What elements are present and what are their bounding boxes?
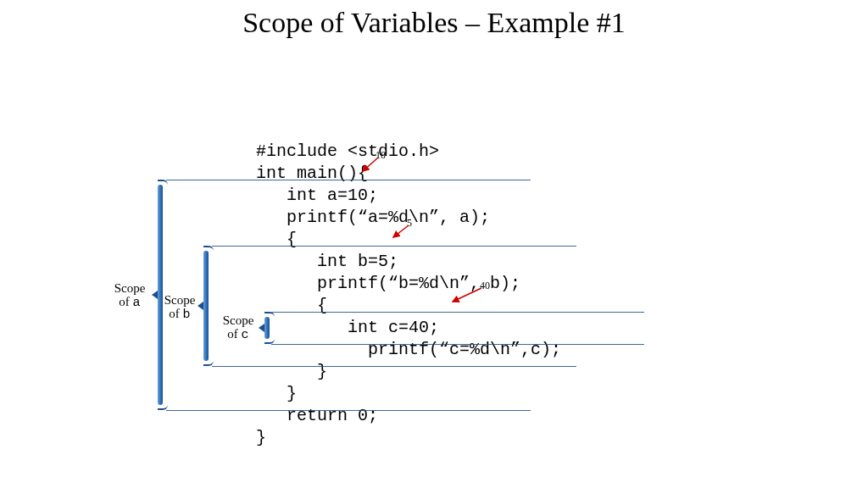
code-line: int a=10;	[256, 186, 378, 205]
code-line: int b=5;	[256, 252, 398, 271]
scope-var: b	[183, 308, 191, 322]
scope-of: of	[119, 295, 132, 308]
scope-word: Scope	[164, 293, 196, 307]
scope-rule-a-top	[166, 180, 531, 180]
arrow-a	[359, 156, 381, 175]
code-line: }	[256, 362, 327, 381]
scope-of: of	[169, 307, 182, 320]
brace-scope-c	[261, 312, 273, 344]
svg-line-2	[453, 288, 481, 302]
code-line: #include <stdio.h>	[256, 141, 439, 161]
arrow-c	[449, 286, 483, 305]
scope-word: Scope	[223, 313, 254, 327]
svg-line-0	[363, 158, 378, 171]
scope-var: a	[133, 296, 141, 310]
scope-word: Scope	[114, 281, 146, 295]
code-block: #include <stdio.h> int main(){ int a=10;…	[256, 119, 731, 449]
scope-label-b: Scope of b	[161, 293, 198, 322]
scope-rule-b-bot	[212, 366, 576, 367]
brace-scope-b	[200, 246, 212, 366]
code-line: int c=40;	[256, 318, 439, 337]
code-line: printf(“c=%d\n”,c);	[256, 340, 561, 359]
arrow-b	[390, 224, 412, 241]
scope-var: c	[242, 328, 249, 342]
scope-label-a: Scope of a	[108, 281, 151, 310]
svg-line-1	[393, 225, 409, 237]
code-line: }	[256, 384, 297, 403]
scope-rule-b-top	[212, 246, 576, 247]
scope-label-c: Scope of c	[219, 313, 258, 342]
page-title: Scope of Variables – Example #1	[0, 7, 868, 39]
scope-rule-c-bot	[271, 344, 644, 345]
code-line: return 0;	[256, 406, 378, 425]
scope-rule-a-bot	[166, 410, 531, 411]
scope-of: of	[227, 327, 241, 341]
scope-rule-c-top	[271, 312, 644, 313]
code-line: printf(“a=%d\n”, a);	[256, 208, 490, 227]
code-line: }	[256, 428, 266, 447]
